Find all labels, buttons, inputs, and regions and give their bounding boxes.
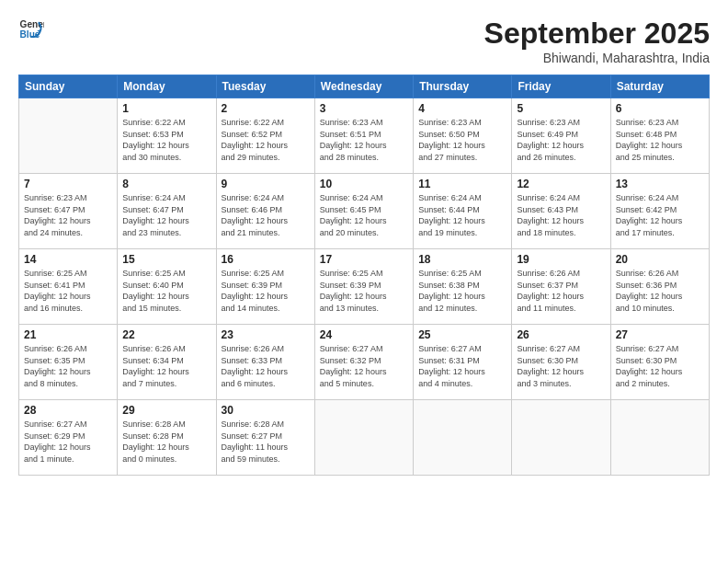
table-row: 28Sunrise: 6:27 AM Sunset: 6:29 PM Dayli… (19, 400, 118, 476)
day-info: Sunrise: 6:23 AM Sunset: 6:48 PM Dayligh… (616, 117, 704, 163)
day-number: 17 (320, 253, 408, 266)
table-row: 30Sunrise: 6:28 AM Sunset: 6:27 PM Dayli… (216, 400, 314, 476)
day-number: 4 (418, 102, 506, 115)
table-row: 25Sunrise: 6:27 AM Sunset: 6:31 PM Dayli… (414, 325, 512, 400)
day-info: Sunrise: 6:25 AM Sunset: 6:40 PM Dayligh… (122, 268, 210, 314)
table-row: 12Sunrise: 6:24 AM Sunset: 6:43 PM Dayli… (512, 174, 610, 249)
calendar-week-row: 7Sunrise: 6:23 AM Sunset: 6:47 PM Daylig… (19, 174, 710, 249)
day-info: Sunrise: 6:26 AM Sunset: 6:33 PM Dayligh… (222, 343, 310, 389)
table-row: 21Sunrise: 6:26 AM Sunset: 6:35 PM Dayli… (19, 325, 118, 400)
day-number: 11 (418, 178, 506, 190)
day-info: Sunrise: 6:27 AM Sunset: 6:30 PM Dayligh… (616, 343, 704, 389)
day-info: Sunrise: 6:26 AM Sunset: 6:34 PM Dayligh… (122, 343, 210, 389)
day-number: 27 (616, 328, 704, 341)
day-info: Sunrise: 6:23 AM Sunset: 6:49 PM Dayligh… (517, 117, 605, 163)
calendar-week-row: 1Sunrise: 6:22 AM Sunset: 6:53 PM Daylig… (19, 98, 710, 174)
table-row: 19Sunrise: 6:26 AM Sunset: 6:37 PM Dayli… (512, 249, 610, 325)
table-row: 11Sunrise: 6:24 AM Sunset: 6:44 PM Dayli… (414, 174, 512, 249)
header-thursday: Thursday (414, 75, 512, 98)
header-saturday: Saturday (610, 75, 709, 98)
table-row: 24Sunrise: 6:27 AM Sunset: 6:32 PM Dayli… (314, 325, 413, 400)
table-row: 1Sunrise: 6:22 AM Sunset: 6:53 PM Daylig… (118, 98, 216, 174)
day-info: Sunrise: 6:24 AM Sunset: 6:45 PM Dayligh… (320, 192, 408, 238)
day-number: 7 (24, 178, 112, 190)
table-row (512, 400, 610, 476)
table-row: 17Sunrise: 6:25 AM Sunset: 6:39 PM Dayli… (314, 249, 413, 325)
calendar-week-row: 14Sunrise: 6:25 AM Sunset: 6:41 PM Dayli… (19, 249, 710, 325)
location: Bhiwandi, Maharashtra, India (484, 51, 710, 65)
day-number: 22 (122, 328, 210, 341)
day-number: 5 (517, 102, 605, 115)
day-number: 19 (517, 253, 605, 266)
table-row: 22Sunrise: 6:26 AM Sunset: 6:34 PM Dayli… (118, 325, 216, 400)
days-header-row: Sunday Monday Tuesday Wednesday Thursday… (19, 75, 710, 98)
header-tuesday: Tuesday (216, 75, 314, 98)
header-sunday: Sunday (19, 75, 118, 98)
table-row (414, 400, 512, 476)
table-row: 15Sunrise: 6:25 AM Sunset: 6:40 PM Dayli… (118, 249, 216, 325)
day-info: Sunrise: 6:24 AM Sunset: 6:44 PM Dayligh… (418, 192, 506, 238)
day-info: Sunrise: 6:27 AM Sunset: 6:30 PM Dayligh… (517, 343, 605, 389)
day-info: Sunrise: 6:24 AM Sunset: 6:42 PM Dayligh… (616, 192, 704, 238)
day-number: 26 (517, 328, 605, 341)
header-wednesday: Wednesday (314, 75, 413, 98)
calendar-table: Sunday Monday Tuesday Wednesday Thursday… (18, 75, 710, 476)
day-info: Sunrise: 6:22 AM Sunset: 6:53 PM Dayligh… (122, 117, 210, 163)
title-section: September 2025 Bhiwandi, Maharashtra, In… (484, 17, 710, 65)
header-friday: Friday (512, 75, 610, 98)
table-row: 2Sunrise: 6:22 AM Sunset: 6:52 PM Daylig… (216, 98, 314, 174)
day-info: Sunrise: 6:24 AM Sunset: 6:46 PM Dayligh… (222, 192, 310, 238)
table-row: 20Sunrise: 6:26 AM Sunset: 6:36 PM Dayli… (610, 249, 709, 325)
table-row: 18Sunrise: 6:25 AM Sunset: 6:38 PM Dayli… (414, 249, 512, 325)
day-number: 6 (616, 102, 704, 115)
day-info: Sunrise: 6:27 AM Sunset: 6:29 PM Dayligh… (24, 419, 112, 465)
day-number: 28 (24, 404, 112, 417)
day-info: Sunrise: 6:26 AM Sunset: 6:37 PM Dayligh… (517, 268, 605, 314)
day-number: 10 (320, 178, 408, 190)
table-row: 16Sunrise: 6:25 AM Sunset: 6:39 PM Dayli… (216, 249, 314, 325)
table-row: 5Sunrise: 6:23 AM Sunset: 6:49 PM Daylig… (512, 98, 610, 174)
table-row: 13Sunrise: 6:24 AM Sunset: 6:42 PM Dayli… (610, 174, 709, 249)
day-info: Sunrise: 6:26 AM Sunset: 6:35 PM Dayligh… (24, 343, 112, 389)
day-number: 13 (616, 178, 704, 190)
day-number: 30 (222, 404, 310, 417)
day-number: 2 (222, 102, 310, 115)
day-info: Sunrise: 6:23 AM Sunset: 6:50 PM Dayligh… (418, 117, 506, 163)
day-number: 23 (222, 328, 310, 341)
day-info: Sunrise: 6:25 AM Sunset: 6:41 PM Dayligh… (24, 268, 112, 314)
day-info: Sunrise: 6:24 AM Sunset: 6:43 PM Dayligh… (517, 192, 605, 238)
day-number: 24 (320, 328, 408, 341)
calendar-week-row: 21Sunrise: 6:26 AM Sunset: 6:35 PM Dayli… (19, 325, 710, 400)
day-info: Sunrise: 6:28 AM Sunset: 6:27 PM Dayligh… (222, 419, 310, 465)
day-number: 25 (418, 328, 506, 341)
day-number: 20 (616, 253, 704, 266)
month-title: September 2025 (484, 17, 710, 51)
table-row: 6Sunrise: 6:23 AM Sunset: 6:48 PM Daylig… (610, 98, 709, 174)
day-number: 21 (24, 328, 112, 341)
logo: General Blue (18, 17, 44, 42)
calendar-week-row: 28Sunrise: 6:27 AM Sunset: 6:29 PM Dayli… (19, 400, 710, 476)
table-row (314, 400, 413, 476)
table-row: 4Sunrise: 6:23 AM Sunset: 6:50 PM Daylig… (414, 98, 512, 174)
day-number: 15 (122, 253, 210, 266)
day-number: 8 (122, 178, 210, 190)
header: General Blue September 2025 Bhiwandi, Ma… (18, 17, 710, 65)
table-row: 29Sunrise: 6:28 AM Sunset: 6:28 PM Dayli… (118, 400, 216, 476)
calendar-body: 1Sunrise: 6:22 AM Sunset: 6:53 PM Daylig… (19, 98, 710, 476)
day-info: Sunrise: 6:23 AM Sunset: 6:47 PM Dayligh… (24, 192, 112, 238)
day-number: 14 (24, 253, 112, 266)
page: General Blue September 2025 Bhiwandi, Ma… (0, 0, 728, 563)
day-number: 12 (517, 178, 605, 190)
table-row: 26Sunrise: 6:27 AM Sunset: 6:30 PM Dayli… (512, 325, 610, 400)
table-row: 3Sunrise: 6:23 AM Sunset: 6:51 PM Daylig… (314, 98, 413, 174)
table-row: 9Sunrise: 6:24 AM Sunset: 6:46 PM Daylig… (216, 174, 314, 249)
day-info: Sunrise: 6:22 AM Sunset: 6:52 PM Dayligh… (222, 117, 310, 163)
header-monday: Monday (118, 75, 216, 98)
day-info: Sunrise: 6:27 AM Sunset: 6:32 PM Dayligh… (320, 343, 408, 389)
table-row: 23Sunrise: 6:26 AM Sunset: 6:33 PM Dayli… (216, 325, 314, 400)
table-row (610, 400, 709, 476)
day-number: 3 (320, 102, 408, 115)
table-row: 10Sunrise: 6:24 AM Sunset: 6:45 PM Dayli… (314, 174, 413, 249)
day-info: Sunrise: 6:28 AM Sunset: 6:28 PM Dayligh… (122, 419, 210, 465)
table-row: 27Sunrise: 6:27 AM Sunset: 6:30 PM Dayli… (610, 325, 709, 400)
